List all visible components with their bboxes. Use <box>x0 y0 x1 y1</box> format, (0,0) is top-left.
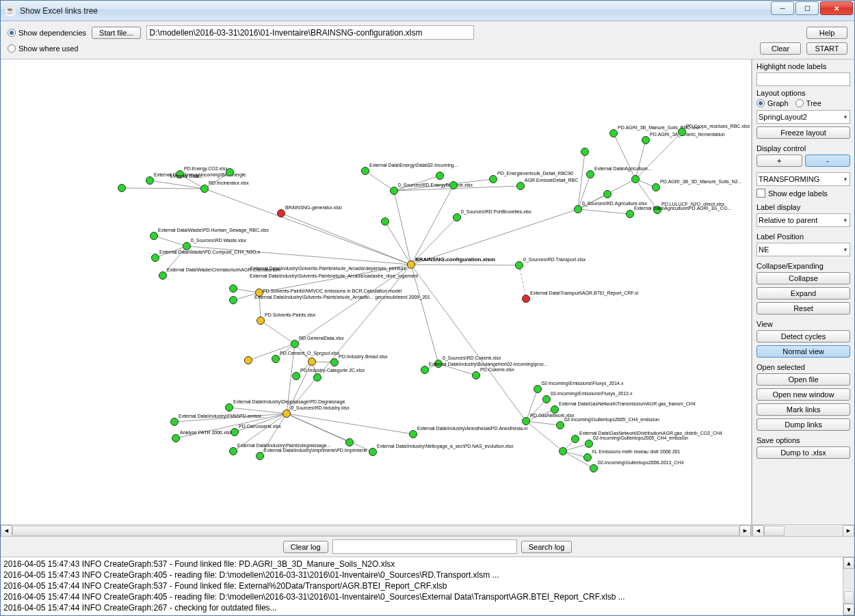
scroll-up-icon[interactable]: ▲ <box>843 557 854 569</box>
scroll-right-icon[interactable]: ► <box>843 525 854 537</box>
graph-node[interactable] <box>277 209 285 217</box>
graph-node[interactable] <box>229 296 237 304</box>
graph-node[interactable] <box>678 128 686 136</box>
graph-node[interactable] <box>453 213 461 222</box>
graph-canvas[interactable]: BRAINSNG-configuration.xlsmExternal Data… <box>1 59 751 524</box>
radio-show-where-used[interactable]: Show where used <box>8 44 78 53</box>
graph-node[interactable] <box>272 355 280 363</box>
side-scrollbar-h[interactable]: ◄ ► <box>752 524 854 536</box>
graph-node[interactable] <box>516 182 525 190</box>
graph-node[interactable] <box>581 148 589 156</box>
scroll-thumb[interactable] <box>12 526 739 536</box>
graph-node[interactable] <box>330 358 339 366</box>
graph-node[interactable] <box>515 261 523 269</box>
open-file-button[interactable]: Open file <box>757 373 850 386</box>
graph-node[interactable] <box>609 129 618 137</box>
scroll-thumb[interactable] <box>844 591 854 604</box>
graph-node[interactable] <box>361 167 369 175</box>
clear-button[interactable]: Clear <box>760 42 801 55</box>
start-file-button[interactable]: Start file... <box>92 27 141 39</box>
collapse-button[interactable]: Collapse <box>757 272 850 284</box>
graph-node[interactable] <box>626 210 634 218</box>
mode-select[interactable]: TRANSFORMING▼ <box>757 172 850 186</box>
graph-node[interactable] <box>229 447 237 455</box>
graph-node[interactable] <box>571 435 579 443</box>
graph-node[interactable] <box>542 395 551 403</box>
graph-node[interactable] <box>313 373 321 381</box>
graph-node[interactable] <box>472 371 480 379</box>
search-log-input[interactable] <box>332 539 517 554</box>
graph-node[interactable] <box>559 447 567 455</box>
graph-node[interactable] <box>244 356 252 364</box>
minimize-button[interactable]: ─ <box>771 1 794 15</box>
graph-node[interactable] <box>652 183 660 191</box>
graph-node[interactable] <box>282 410 291 418</box>
graph-node[interactable] <box>642 136 650 144</box>
graph-node[interactable] <box>534 385 542 393</box>
scroll-left-icon[interactable]: ◄ <box>752 525 764 537</box>
graph-node[interactable] <box>170 418 179 426</box>
path-input[interactable] <box>146 25 475 40</box>
label-display-select[interactable]: Relative to parent▼ <box>757 213 850 227</box>
scroll-left-icon[interactable]: ◄ <box>1 525 12 537</box>
graph-node[interactable] <box>151 254 159 262</box>
help-button[interactable]: Help <box>806 27 847 39</box>
close-button[interactable]: ✕ <box>820 1 853 15</box>
graph-node[interactable] <box>146 176 154 185</box>
graph-node[interactable] <box>522 295 530 303</box>
graph-node[interactable] <box>172 434 180 442</box>
graph-node[interactable] <box>200 185 209 193</box>
radio-tree[interactable]: Tree <box>795 99 821 107</box>
radio-show-dependencies[interactable]: Show dependencies <box>8 29 86 37</box>
dump-links-button[interactable]: Dump links <box>757 418 850 431</box>
graph-node[interactable] <box>603 190 611 198</box>
graph-node[interactable] <box>159 271 167 280</box>
graph-node[interactable] <box>226 168 234 176</box>
graph-node[interactable] <box>583 453 592 461</box>
graph-node[interactable] <box>118 184 126 192</box>
graph-node[interactable] <box>369 448 377 456</box>
graph-node[interactable] <box>229 284 237 293</box>
zoom-out-button[interactable]: - <box>805 155 851 167</box>
graph-node[interactable] <box>590 464 598 472</box>
graph-node[interactable] <box>150 232 158 240</box>
scroll-right-icon[interactable]: ► <box>739 525 751 537</box>
scroll-thumb[interactable] <box>764 526 785 536</box>
graph-node[interactable] <box>381 217 389 226</box>
graph-node[interactable] <box>421 366 429 374</box>
graph-scrollbar-h[interactable]: ◄ ► <box>1 524 751 536</box>
graph-node[interactable] <box>308 358 316 366</box>
graph-node[interactable] <box>390 187 398 195</box>
radio-graph[interactable]: Graph <box>757 99 789 107</box>
expand-button[interactable]: Expand <box>757 287 850 299</box>
maximize-button[interactable]: ☐ <box>795 1 819 15</box>
graph-node[interactable] <box>345 438 354 446</box>
open-new-window-button[interactable]: Open new window <box>757 388 850 401</box>
graph-node[interactable] <box>436 172 444 180</box>
graph-node[interactable] <box>256 317 265 325</box>
mark-links-button[interactable]: Mark links <box>757 403 850 416</box>
label-position-select[interactable]: NE▼ <box>757 243 850 256</box>
start-button[interactable]: START <box>806 42 847 55</box>
graph-node[interactable] <box>551 405 559 414</box>
normal-view-button[interactable]: Normal view <box>757 345 850 358</box>
layout-algo-select[interactable]: SpringLayout2▼ <box>757 110 850 124</box>
show-edge-labels-checkbox[interactable]: Show edge labels <box>757 189 850 198</box>
graph-node[interactable] <box>291 340 299 348</box>
freeze-layout-button[interactable]: Freeze layout <box>757 126 850 139</box>
search-log-button[interactable]: Search log <box>521 541 573 553</box>
graph-node[interactable] <box>586 170 594 178</box>
clear-log-button[interactable]: Clear log <box>283 541 328 553</box>
graph-node[interactable] <box>292 372 300 380</box>
highlight-input[interactable] <box>757 72 850 86</box>
graph-node[interactable] <box>631 175 640 183</box>
graph-pane[interactable]: BRAINSNG-configuration.xlsmExternal Data… <box>1 59 752 536</box>
scroll-down-icon[interactable]: ▼ <box>843 604 854 615</box>
graph-node[interactable] <box>574 205 582 213</box>
graph-node[interactable] <box>256 452 264 460</box>
graph-node[interactable] <box>522 417 530 425</box>
reset-button[interactable]: Reset <box>757 302 850 314</box>
graph-node[interactable] <box>407 260 415 269</box>
log-scrollbar-v[interactable]: ▲ ▼ <box>843 557 854 615</box>
graph-node[interactable] <box>409 430 417 438</box>
